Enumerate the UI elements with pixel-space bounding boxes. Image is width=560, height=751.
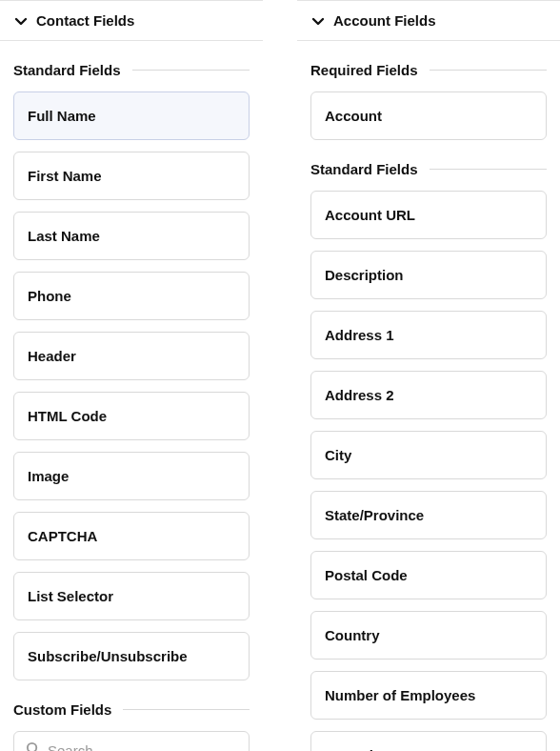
field-card[interactable]: Header	[13, 332, 250, 380]
account-standard-section: Standard Fields Account URLDescriptionAd…	[297, 161, 560, 751]
contact-standard-list: Full NameFirst NameLast NamePhoneHeaderH…	[13, 91, 250, 680]
chevron-down-icon	[13, 13, 29, 29]
contact-standard-heading: Standard Fields	[13, 62, 250, 78]
heading-rule	[430, 169, 547, 170]
field-label: Description	[325, 267, 404, 283]
account-standard-list: Account URLDescriptionAddress 1Address 2…	[310, 191, 547, 751]
field-label: Address 1	[325, 327, 394, 343]
section-label: Standard Fields	[310, 161, 418, 177]
field-card[interactable]: Account	[310, 91, 547, 140]
field-card[interactable]: City	[310, 431, 547, 479]
contact-custom-section: Custom Fields No custom fields exist. Cl…	[0, 701, 263, 751]
field-card[interactable]: Subscribe/Unsubscribe	[13, 632, 250, 680]
contact-fields-panel: Contact Fields Standard Fields Full Name…	[0, 0, 263, 751]
field-card[interactable]: Country	[310, 611, 547, 660]
field-card[interactable]: Postal Code	[310, 551, 547, 599]
section-label: Standard Fields	[13, 62, 121, 78]
section-label: Custom Fields	[13, 701, 111, 718]
contact-fields-header[interactable]: Contact Fields	[0, 0, 263, 41]
contact-custom-heading: Custom Fields	[13, 701, 250, 718]
account-fields-header[interactable]: Account Fields	[297, 0, 560, 41]
field-card[interactable]: HTML Code	[13, 392, 250, 440]
account-standard-heading: Standard Fields	[310, 161, 547, 177]
field-card[interactable]: Image	[13, 452, 250, 500]
field-label: Account URL	[325, 207, 415, 223]
section-label: Required Fields	[310, 62, 418, 78]
contact-standard-section: Standard Fields Full NameFirst NameLast …	[0, 62, 263, 680]
contact-fields-title: Contact Fields	[36, 12, 134, 29]
field-card[interactable]: CAPTCHA	[13, 512, 250, 560]
field-label: Last Name	[28, 228, 100, 244]
field-label: Image	[28, 468, 69, 484]
field-label: Country	[325, 627, 380, 643]
field-label: State/Province	[325, 507, 424, 523]
account-required-section: Required Fields Account	[297, 62, 560, 140]
account-required-list: Account	[310, 91, 547, 140]
field-card[interactable]: Full Name	[13, 91, 250, 140]
field-label: CAPTCHA	[28, 528, 97, 544]
chevron-down-icon	[310, 13, 326, 29]
field-label: Phone	[28, 288, 71, 304]
search-input[interactable]	[48, 742, 237, 751]
field-card[interactable]: First Name	[13, 152, 250, 200]
account-fields-title: Account Fields	[333, 12, 436, 29]
search-icon	[26, 741, 40, 751]
field-card[interactable]: Account URL	[310, 191, 547, 239]
custom-field-search[interactable]	[13, 731, 250, 751]
field-label: Annual Revenue	[325, 747, 437, 751]
heading-rule	[123, 709, 250, 710]
heading-rule	[132, 70, 250, 71]
field-label: Address 2	[325, 387, 394, 403]
field-label: Account	[325, 108, 382, 124]
field-label: Full Name	[28, 108, 96, 124]
field-label: Number of Employees	[325, 687, 475, 703]
field-card[interactable]: Number of Employees	[310, 671, 547, 720]
field-card[interactable]: Address 1	[310, 311, 547, 359]
field-card[interactable]: Annual Revenue	[310, 731, 547, 751]
field-label: Header	[28, 348, 76, 364]
account-fields-panel: Account Fields Required Fields Account S…	[297, 0, 560, 751]
field-label: HTML Code	[28, 408, 107, 424]
svg-point-0	[28, 743, 36, 751]
field-card[interactable]: Phone	[13, 272, 250, 320]
field-label: Postal Code	[325, 567, 408, 583]
field-card[interactable]: List Selector	[13, 572, 250, 620]
field-card[interactable]: Address 2	[310, 371, 547, 419]
field-label: Subscribe/Unsubscribe	[28, 648, 188, 664]
field-label: City	[325, 447, 351, 463]
field-card[interactable]: Last Name	[13, 212, 250, 260]
field-card[interactable]: State/Province	[310, 491, 547, 539]
account-required-heading: Required Fields	[310, 62, 547, 78]
field-label: List Selector	[28, 588, 113, 604]
heading-rule	[430, 70, 547, 71]
field-card[interactable]: Description	[310, 251, 547, 299]
field-label: First Name	[28, 168, 102, 184]
